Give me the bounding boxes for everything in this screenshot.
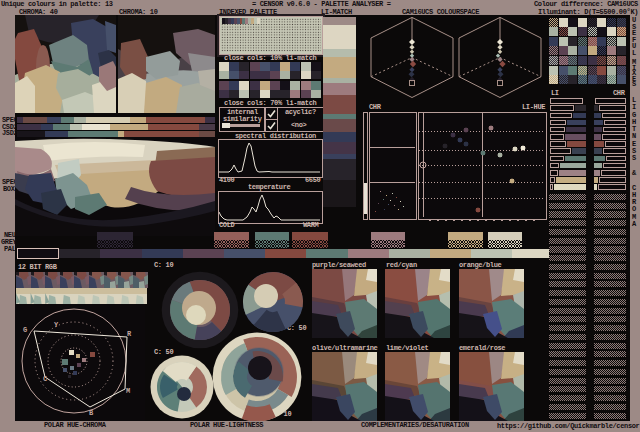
svg-text:M: M [126,387,130,395]
svg-text:C: C [43,375,47,383]
svg-text:G: G [23,326,27,334]
